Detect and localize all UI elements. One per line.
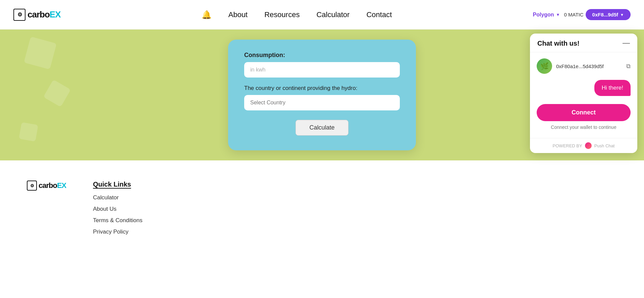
country-input[interactable] [244, 95, 400, 110]
navbar-nav: 🔔 About Resources Calculator Contact [202, 10, 392, 19]
footer-link-calculator-anchor[interactable]: Calculator [93, 194, 119, 201]
chat-address: 0xF80a1e...5d439d5f [556, 63, 604, 69]
nav-resources[interactable]: Resources [264, 10, 300, 19]
consumption-input[interactable] [244, 62, 400, 78]
footer-links-list: Calculator About Us Terms & Conditions P… [93, 194, 617, 235]
chat-footer: POWERED BY Push Chat [530, 138, 637, 153]
navbar-right: Polygon ▼ 0 MATIC 0xF8...9d5f ▼ [533, 9, 631, 20]
calculate-button[interactable]: Calculate [296, 120, 348, 136]
push-chat-icon [585, 142, 592, 149]
nav-calculator[interactable]: Calculator [316, 10, 350, 19]
chat-connect-button[interactable]: Connect [537, 104, 631, 121]
navbar: ⚙ carboEX 🔔 About Resources Calculator C… [0, 0, 644, 30]
wallet-address: 0xF8...9d5f [592, 12, 619, 17]
footer-link-terms[interactable]: Terms & Conditions [93, 217, 617, 224]
nav-about[interactable]: About [228, 10, 248, 19]
avatar-emoji: 🌿 [540, 62, 549, 70]
footer-logo-ex: EX [57, 181, 66, 190]
polygon-button[interactable]: Polygon ▼ [533, 12, 560, 18]
wallet-chevron-icon: ▼ [620, 13, 624, 17]
push-chat-label: Push Chat [594, 143, 615, 148]
footer-link-privacy-anchor[interactable]: Privacy Policy [93, 229, 128, 235]
footer-link-about[interactable]: About Us [93, 206, 617, 212]
consumption-label: Consumption: [244, 52, 400, 59]
country-label: The country or continent providing the h… [244, 85, 400, 92]
hero-shape-1 [24, 37, 57, 69]
logo-ex-text: EX [50, 9, 61, 20]
chat-widget: Chat with us! — 🌿 0xF80a1e...5d439d5f ⧉ … [530, 34, 637, 153]
footer-logo-icon: ⚙ [27, 181, 37, 191]
chat-minimize-button[interactable]: — [623, 39, 630, 47]
quick-links-title: Quick Links [93, 181, 617, 188]
footer-link-terms-anchor[interactable]: Terms & Conditions [93, 217, 142, 224]
hero-shape-3 [19, 122, 38, 142]
footer-link-privacy[interactable]: Privacy Policy [93, 229, 617, 235]
chat-body: 🌿 0xF80a1e...5d439d5f ⧉ Hi there! Connec… [530, 52, 637, 138]
chat-connect-hint: Connect your wallet to continue [537, 125, 631, 130]
navbar-logo[interactable]: ⚙ carboEX [13, 9, 61, 21]
powered-by-text: POWERED BY [553, 143, 582, 148]
footer-quick-links: Quick Links Calculator About Us Terms & … [93, 181, 617, 235]
footer-link-about-anchor[interactable]: About Us [93, 206, 116, 212]
footer-link-calculator[interactable]: Calculator [93, 194, 617, 201]
hero-shape-2 [43, 80, 71, 107]
footer: ⚙ carboEX Quick Links Calculator About U… [0, 160, 644, 249]
logo-icon: ⚙ [13, 9, 25, 21]
polygon-chevron-icon: ▼ [556, 12, 560, 17]
nav-contact[interactable]: Contact [366, 10, 392, 19]
bell-icon[interactable]: 🔔 [202, 10, 212, 19]
chat-title: Chat with us! [537, 40, 580, 47]
logo-carbo-text: carbo [28, 9, 50, 20]
chat-header: Chat with us! — [530, 34, 637, 52]
chat-greeting-bubble: Hi there! [594, 80, 631, 96]
copy-address-icon[interactable]: ⧉ [626, 63, 631, 70]
wallet-button[interactable]: 0xF8...9d5f ▼ [586, 9, 631, 20]
footer-logo-carbo: carbo [39, 181, 57, 190]
chat-bubble-row: Hi there! [537, 80, 631, 96]
chat-address-row: 🌿 0xF80a1e...5d439d5f ⧉ [537, 58, 631, 74]
matic-balance: 0 MATIC [564, 12, 584, 17]
footer-logo[interactable]: ⚙ carboEX [27, 181, 66, 191]
polygon-label: Polygon [533, 12, 554, 18]
chat-avatar: 🌿 [537, 58, 552, 74]
calculator-card: Consumption: The country or continent pr… [228, 40, 416, 150]
